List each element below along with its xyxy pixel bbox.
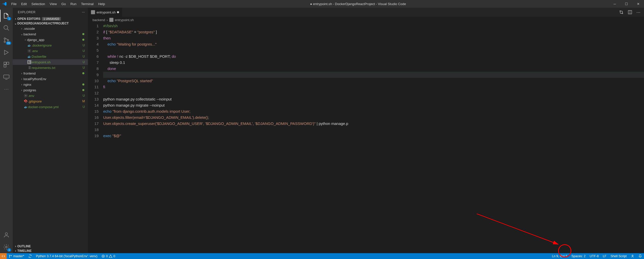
editor-more-icon[interactable]: ⋯ — [636, 10, 640, 15]
folder-frontend[interactable]: ›frontend — [13, 70, 88, 76]
open-editors-section[interactable]: › OPEN EDITORS 1 UNSAVED — [13, 17, 88, 21]
more-icon[interactable]: ⋯ — [0, 83, 13, 95]
git-status: U — [83, 94, 86, 97]
indentation[interactable]: Spaces: 2 — [569, 254, 588, 258]
folder-postgres[interactable]: ›postgres — [13, 87, 88, 93]
tab-entrypoint[interactable]: entrypoint.sh — [88, 8, 122, 17]
compare-changes-icon[interactable] — [619, 10, 624, 15]
menu-view[interactable]: View — [47, 2, 59, 6]
python-env[interactable]: Python 3.7.4 64-bit ('localPythonEnv': v… — [34, 254, 99, 258]
folder-backend[interactable]: ⌄backend — [13, 31, 88, 37]
source-control-icon[interactable]: 15 — [0, 34, 13, 46]
menu-file[interactable]: File — [9, 2, 19, 6]
svg-point-13 — [25, 95, 26, 96]
settings-badge: 1 — [7, 248, 11, 252]
svg-point-3 — [7, 39, 9, 41]
code-line-7[interactable]: sleep 0.1 — [103, 60, 644, 66]
feedback-icon[interactable] — [629, 254, 636, 258]
run-debug-icon[interactable] — [0, 46, 13, 59]
code-line-9[interactable] — [103, 72, 644, 78]
git-status: U — [83, 55, 86, 58]
file--dockerignore[interactable]: .dockerignoreU — [13, 42, 88, 48]
title-bar: FileEditSelectionViewGoRunTerminalHelp ●… — [0, 0, 644, 8]
code-line-3[interactable]: then — [103, 35, 644, 41]
code-line-10[interactable]: echo "PostgreSQL started" — [103, 78, 644, 84]
code-line-18[interactable] — [103, 127, 644, 133]
file-requirements-txt[interactable]: requirements.txtU — [13, 65, 88, 70]
folder-django_app[interactable]: ›django_app — [13, 37, 88, 42]
code-line-11[interactable]: fi — [103, 84, 644, 90]
file-docker-compose-yml[interactable]: docker-compose.ymlU — [13, 104, 88, 110]
activity-bar: 1 15 ⋯ 1 — [0, 8, 13, 253]
folder-localPythonEnv[interactable]: ›localPythonEnv — [13, 76, 88, 82]
file-Dockerfile[interactable]: DockerfileU — [13, 54, 88, 59]
editor-area: entrypoint.sh ⋯ backend › entrypoint.sh … — [88, 8, 644, 253]
docker-icon — [27, 43, 32, 47]
git-status: U — [83, 44, 86, 47]
git-status: M — [82, 99, 86, 103]
cursor-position[interactable]: Ln 9, Col 5 — [550, 254, 569, 258]
code-line-16[interactable]: User.objects.filter(email='$DJANGO_ADMIN… — [103, 114, 644, 121]
code-line-19[interactable]: exec "$@" — [103, 133, 644, 139]
file--env[interactable]: .envU — [13, 93, 88, 98]
search-icon[interactable] — [0, 22, 13, 34]
code-line-13[interactable]: python manage.py collectstatic --noinput — [103, 96, 644, 102]
menu-edit[interactable]: Edit — [19, 2, 29, 6]
svg-point-10 — [29, 50, 30, 51]
folder-nginx[interactable]: ›nginx — [13, 82, 88, 87]
minimize-button[interactable]: ─ — [609, 0, 621, 8]
svg-point-9 — [6, 246, 7, 248]
explorer-icon[interactable]: 1 — [0, 10, 13, 22]
language-mode[interactable]: Shell Script — [609, 254, 629, 258]
code-line-15[interactable]: echo "from django.contrib.auth.models im… — [103, 108, 644, 114]
notifications-icon[interactable] — [636, 254, 644, 258]
account-icon[interactable] — [0, 229, 13, 241]
folder--vscode[interactable]: ›.vscode — [13, 26, 88, 31]
menu-bar: FileEditSelectionViewGoRunTerminalHelp — [9, 2, 107, 6]
encoding[interactable]: UTF-8 — [588, 254, 601, 258]
eol[interactable]: LF — [601, 254, 609, 258]
code-line-5[interactable] — [103, 47, 644, 53]
code-line-2[interactable]: if [ "$DATABASE" = "postgres" ] — [103, 29, 644, 35]
code-line-8[interactable]: done — [103, 66, 644, 72]
file-entrypoint-sh[interactable]: $entrypoint.shU — [13, 59, 88, 65]
code-editor[interactable]: 12345678910111213141516171819 #!/bin/shi… — [88, 23, 644, 253]
menu-terminal[interactable]: Terminal — [79, 2, 96, 6]
code-line-4[interactable]: echo "Waiting for postgres..." — [103, 41, 644, 47]
file--gitignore[interactable]: .gitignoreM — [13, 98, 88, 104]
close-button[interactable]: ✕ — [632, 0, 644, 8]
explorer-badge: 1 — [7, 17, 11, 20]
file--env[interactable]: .envU — [13, 48, 88, 54]
outline-section[interactable]: ›OUTLINE — [13, 244, 88, 249]
git-status: U — [83, 105, 86, 109]
git-icon — [23, 99, 28, 103]
split-editor-icon[interactable] — [628, 10, 632, 15]
menu-selection[interactable]: Selection — [29, 2, 47, 6]
sync-icon[interactable] — [26, 254, 34, 258]
settings-icon[interactable]: 1 — [0, 241, 13, 253]
breadcrumb[interactable]: backend › entrypoint.sh — [88, 17, 644, 23]
svg-point-15 — [620, 11, 621, 11]
svg-point-1 — [4, 38, 5, 39]
menu-help[interactable]: Help — [96, 2, 107, 6]
code-line-14[interactable]: python manage.py migrate --noinput — [103, 102, 644, 108]
code-line-12[interactable] — [103, 90, 644, 96]
git-status: U — [83, 66, 86, 69]
menu-go[interactable]: Go — [59, 2, 68, 6]
extensions-icon[interactable] — [0, 59, 13, 71]
git-branch[interactable]: master* — [7, 254, 26, 258]
code-line-6[interactable]: while ! nc -z $DB_HOST $DB_PORT; do — [103, 53, 644, 60]
project-section[interactable]: ⌄ DOCKERDJANGOREACTPROJECT — [13, 21, 88, 26]
problems[interactable]: 0 0 — [99, 254, 117, 258]
modified-dot-icon — [82, 33, 84, 35]
remote-icon[interactable] — [0, 71, 13, 83]
sidebar-more-icon[interactable]: ⋯ — [82, 10, 85, 14]
remote-indicator[interactable] — [0, 253, 7, 259]
dirty-indicator-icon — [117, 11, 119, 13]
menu-run[interactable]: Run — [68, 2, 79, 6]
code-line-17[interactable]: User.objects.create_superuser('$DJANGO_A… — [103, 121, 644, 127]
timeline-section[interactable]: ›TIMELINE — [13, 249, 88, 253]
sidebar-title: EXPLORER — [18, 10, 35, 14]
maximize-button[interactable]: ☐ — [621, 0, 632, 8]
code-line-1[interactable]: #!/bin/sh — [103, 23, 644, 29]
